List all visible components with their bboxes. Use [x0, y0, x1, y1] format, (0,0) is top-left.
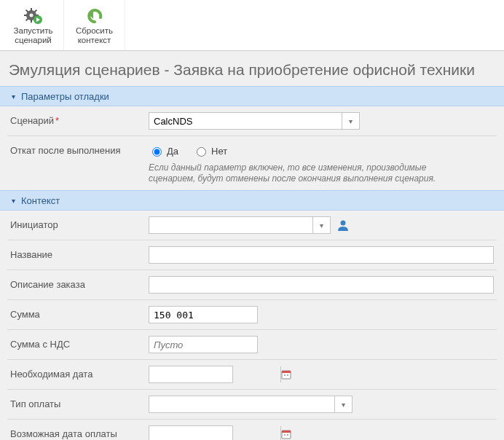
svg-rect-18	[284, 434, 286, 436]
initiator-lookup[interactable]: ▾	[149, 216, 331, 234]
calendar-icon[interactable]	[280, 426, 291, 440]
initiator-label: Инициатор	[10, 216, 149, 230]
need-date-input[interactable]	[149, 366, 280, 382]
name-label: Название	[10, 246, 149, 260]
section-context-header[interactable]: ▾ Контекст	[0, 190, 504, 211]
toolbar: Запуститьсценарий Сброситьконтекст	[0, 0, 504, 51]
pay-type-label: Тип оплаты	[10, 396, 149, 409]
svg-rect-14	[284, 374, 286, 376]
section-debug-title: Параметры отладки	[21, 91, 109, 102]
rollback-yes-radio[interactable]: Да	[149, 145, 178, 157]
rollback-no-radio[interactable]: Нет	[193, 145, 227, 157]
svg-rect-4	[24, 15, 27, 16]
scenario-label: Сценарий*	[10, 112, 149, 126]
pay-date-label: Возможная дата оплаты	[10, 425, 149, 439]
sum-nds-field[interactable]	[149, 336, 258, 353]
sum-nds-label: Сумма с НДС	[10, 336, 149, 350]
chevron-down-icon[interactable]: ▾	[312, 217, 330, 233]
reset-context-button[interactable]: Сброситьконтекст	[64, 0, 125, 50]
sum-label: Сумма	[10, 306, 149, 320]
debug-form: Сценарий* ▾ Откат после выполнения Да Не…	[0, 106, 504, 190]
need-date-field[interactable]	[149, 366, 233, 383]
svg-point-1	[29, 13, 33, 17]
run-scenario-label: Запуститьсценарий	[14, 26, 53, 45]
run-scenario-button[interactable]: Запуститьсценарий	[3, 0, 64, 50]
pay-type-input[interactable]	[149, 396, 334, 412]
gear-play-icon	[24, 6, 43, 25]
undo-icon	[86, 6, 103, 25]
svg-rect-17	[282, 431, 291, 433]
section-context-title: Контекст	[21, 195, 60, 206]
user-picker-button[interactable]	[336, 219, 350, 232]
pay-type-select[interactable]: ▾	[149, 396, 353, 413]
sum-nds-input[interactable]	[149, 337, 257, 353]
name-input[interactable]	[149, 247, 493, 263]
reset-context-label: Сброситьконтекст	[76, 26, 113, 45]
pay-date-input[interactable]	[149, 426, 280, 440]
scenario-select[interactable]: ▾	[149, 112, 360, 130]
user-icon	[336, 219, 350, 232]
svg-rect-13	[282, 371, 291, 373]
svg-point-11	[341, 221, 346, 226]
svg-rect-2	[31, 8, 32, 11]
page-title: Эмуляция сценариев - Заявка на приобрете…	[0, 51, 504, 86]
rollback-hint: Если данный параметр включен, то все изм…	[149, 162, 454, 184]
svg-rect-19	[287, 434, 288, 436]
scenario-input[interactable]	[149, 113, 342, 129]
pay-date-field[interactable]	[149, 425, 233, 440]
chevron-down-icon[interactable]: ▾	[334, 396, 352, 412]
sum-input[interactable]	[149, 307, 257, 323]
order-desc-field[interactable]	[149, 276, 494, 294]
order-desc-input[interactable]	[149, 277, 493, 293]
chevron-down-icon: ▾	[12, 93, 15, 101]
context-form: Инициатор ▾ Название	[0, 211, 504, 440]
svg-rect-15	[287, 374, 288, 376]
order-desc-label: Описание заказа	[10, 276, 149, 290]
calendar-icon[interactable]	[280, 366, 291, 382]
rollback-label: Откат после выполнения	[10, 142, 149, 156]
sum-field[interactable]	[149, 306, 258, 323]
svg-rect-3	[31, 20, 32, 23]
chevron-down-icon: ▾	[12, 197, 15, 205]
name-field[interactable]	[149, 246, 494, 264]
initiator-input[interactable]	[149, 217, 312, 233]
need-date-label: Необходимая дата	[10, 366, 149, 380]
chevron-down-icon[interactable]: ▾	[342, 113, 359, 129]
section-debug-header[interactable]: ▾ Параметры отладки	[0, 86, 504, 106]
